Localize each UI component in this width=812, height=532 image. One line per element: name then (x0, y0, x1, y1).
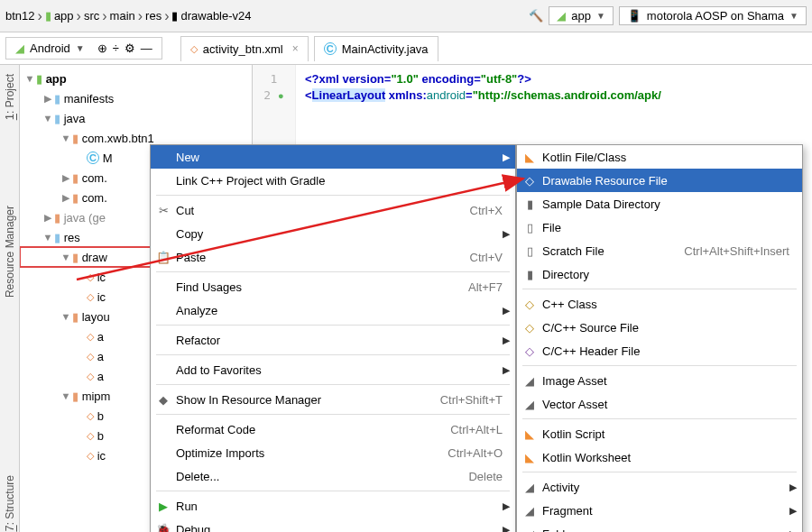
line-number: 2 ● (253, 88, 295, 105)
close-icon[interactable]: × (292, 42, 299, 55)
navigation-bar: btn12› ▮ app› src› main› res› ▮ drawable… (0, 0, 812, 32)
submenu-item-scratch[interactable]: ▯Scratch FileCtrl+Alt+Shift+Insert (517, 239, 802, 262)
submenu-item-vector-asset[interactable]: ◢Vector Asset (517, 392, 802, 416)
submenu-item-cpp-source[interactable]: ◇C/C++ Source File (517, 316, 802, 339)
menu-item-reformat[interactable]: Reformat CodeCtrl+Alt+L (151, 417, 515, 441)
tree-pkg[interactable]: com.xwb.btn1 (82, 132, 154, 145)
project-view-dropdown[interactable]: ◢ Android ▼ ⊕ ÷ ⚙ — (5, 37, 162, 60)
android-icon: ◢ (522, 527, 537, 533)
menu-item-refactor[interactable]: Refactor▶ (151, 328, 515, 352)
submenu-item-directory[interactable]: ▮Directory (517, 262, 802, 286)
tree-file[interactable]: a (97, 330, 104, 344)
tree-file[interactable]: ic (97, 449, 106, 463)
menu-item-cut[interactable]: ✂CutCtrl+X (151, 198, 515, 222)
tree-file[interactable]: ic (97, 290, 106, 304)
code-area[interactable]: <?xml version="1.0" encoding="utf-8"?> <… (305, 72, 661, 105)
cpp-header-icon: ◇ (522, 344, 537, 358)
tree-app[interactable]: app (46, 72, 67, 86)
hide-icon[interactable]: — (141, 41, 152, 55)
submenu-item-image-asset[interactable]: ◢Image Asset (517, 369, 802, 392)
crumb[interactable]: btn12 (5, 9, 35, 23)
xml-file-icon: ◇ (87, 410, 94, 422)
tab-label: MainActivity.java (342, 42, 429, 56)
chevron-right-icon: ▶ (503, 228, 510, 240)
kotlin-file-icon: ◣ (522, 451, 537, 464)
menu-item-copy[interactable]: Copy▶ (151, 222, 515, 245)
chevron-right-icon: › (102, 8, 106, 24)
gear-icon[interactable]: ⚙ (125, 41, 135, 55)
submenu-item-kotlin[interactable]: ◣Kotlin File/Class (517, 145, 802, 169)
submenu-item-cpp-class[interactable]: ◇C++ Class (517, 292, 802, 316)
menu-item-new[interactable]: New▶ (151, 145, 515, 169)
submenu-item-cpp-header[interactable]: ◇C/C++ Header File (517, 339, 802, 362)
tree-file[interactable]: M (103, 151, 113, 165)
tree-layout[interactable]: layou (82, 310, 110, 324)
menu-item-run[interactable]: ▶Run▶ (151, 494, 515, 518)
menu-item-find-usages[interactable]: Find UsagesAlt+F7 (151, 275, 515, 298)
tree-file[interactable]: b (97, 429, 104, 443)
target-icon[interactable]: ⊕ (97, 41, 107, 55)
menu-item-favorites[interactable]: Add to Favorites▶ (151, 358, 515, 381)
project-view-label: Android (30, 41, 70, 55)
separator (522, 289, 797, 289)
menu-item-delete[interactable]: Delete...Delete (151, 464, 515, 488)
cut-icon: ✂ (156, 204, 171, 217)
crumb[interactable]: res (145, 9, 161, 23)
submenu-item-drawable-resource[interactable]: ◇Drawable Resource File (517, 169, 802, 192)
device-label: motorola AOSP on Shama (647, 9, 784, 23)
xml-file-icon: ◇ (87, 430, 94, 442)
module-icon: ▮ (36, 72, 42, 86)
folder-icon: ▮ (171, 9, 178, 23)
crumb[interactable]: src (84, 9, 99, 23)
breadcrumbs[interactable]: btn12› ▮ app› src› main› res› ▮ drawable… (5, 8, 529, 24)
folder-icon: ▮ (54, 231, 60, 244)
submenu-item-folder[interactable]: ◢Folder▶ (517, 522, 802, 532)
tool-window-structure[interactable]: 7: Structure (3, 475, 16, 532)
menu-item-paste[interactable]: 📋PasteCtrl+V (151, 245, 515, 269)
separator (156, 491, 510, 491)
separator (522, 418, 797, 419)
paste-icon: 📋 (156, 251, 171, 264)
submenu-item-file[interactable]: ▯File (517, 216, 802, 239)
editor-tab-mainactivity[interactable]: C MainActivity.java (314, 36, 438, 61)
tree-drawable[interactable]: draw (82, 251, 107, 264)
menu-item-link-cpp[interactable]: Link C++ Project with Gradle (151, 169, 515, 192)
xml-file-icon: ◇ (87, 371, 94, 382)
menu-item-optimize-imports[interactable]: Optimize ImportsCtrl+Alt+O (151, 441, 515, 464)
submenu-item-kotlin-script[interactable]: ◣Kotlin Script (517, 422, 802, 445)
run-config-combobox[interactable]: ◢ app ▼ (549, 6, 614, 25)
tree-java[interactable]: java (64, 112, 86, 125)
tree-pkg[interactable]: com. (82, 171, 107, 185)
tree-manifests[interactable]: manifests (64, 92, 115, 105)
tree-file[interactable]: a (97, 350, 104, 363)
crumb[interactable]: main (110, 9, 135, 23)
kotlin-file-icon: ◣ (522, 151, 537, 164)
tree-file[interactable]: ic (97, 271, 106, 284)
submenu-item-sample-data[interactable]: ▮Sample Data Directory (517, 192, 802, 216)
submenu-item-kotlin-worksheet[interactable]: ◣Kotlin Worksheet (517, 445, 802, 469)
submenu-item-fragment[interactable]: ◢Fragment▶ (517, 499, 802, 522)
tree-file[interactable]: b (97, 409, 104, 423)
menu-item-debug[interactable]: 🐞Debug▶ (151, 518, 515, 532)
collapse-icon[interactable]: ÷ (113, 41, 119, 55)
crumb[interactable]: drawable-v24 (180, 9, 251, 23)
tree-javagen[interactable]: java (ge (64, 211, 106, 225)
tree-file[interactable]: a (97, 370, 104, 383)
java-class-icon: C (87, 151, 99, 164)
hammer-icon[interactable]: 🔨 (529, 9, 543, 23)
menu-item-analyze[interactable]: Analyze▶ (151, 298, 515, 322)
tool-window-resource-manager[interactable]: Resource Manager (4, 206, 16, 298)
separator (156, 414, 510, 415)
editor-tab-activity-btn[interactable]: ◇ activity_btn.xml × (180, 36, 309, 61)
chevron-right-icon: › (138, 8, 143, 24)
crumb[interactable]: app (54, 9, 74, 23)
tree-pkg[interactable]: com. (82, 191, 107, 205)
separator (156, 384, 510, 385)
android-icon: ◢ (522, 504, 537, 518)
tool-window-project[interactable]: 1: Project (3, 74, 16, 120)
tree-res[interactable]: res (64, 231, 80, 244)
menu-item-resource-manager[interactable]: ◆Show In Resource ManagerCtrl+Shift+T (151, 388, 515, 411)
device-combobox[interactable]: 📱 motorola AOSP on Shama ▼ (619, 6, 807, 25)
tree-mipmap[interactable]: mipm (82, 390, 111, 403)
submenu-item-activity[interactable]: ◢Activity▶ (517, 475, 802, 499)
